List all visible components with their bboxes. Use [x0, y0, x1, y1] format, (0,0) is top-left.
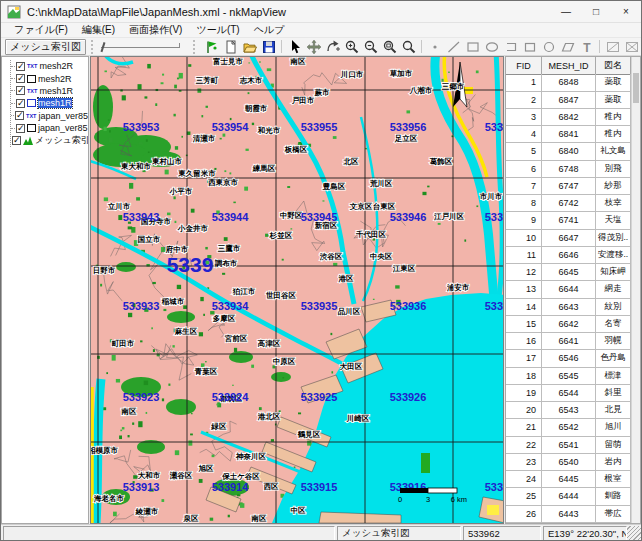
table-cell[interactable]: 24: [506, 471, 542, 488]
table-cell[interactable]: 網走: [596, 281, 631, 298]
table-cell[interactable]: 色丹島: [596, 350, 631, 367]
table-cell[interactable]: 標津: [596, 368, 631, 385]
zoom-out-button[interactable]: [361, 38, 380, 55]
draw-point-button[interactable]: [425, 38, 444, 55]
table-cell[interactable]: 1: [506, 74, 542, 91]
table-cell[interactable]: 留萌: [596, 437, 631, 454]
layer-checkbox[interactable]: ✓: [16, 74, 25, 83]
table-cell[interactable]: 22: [506, 437, 542, 454]
table-cell[interactable]: 6644: [542, 281, 596, 298]
layer-checkbox[interactable]: ✓: [16, 86, 25, 95]
draw-text-button[interactable]: T: [577, 38, 596, 55]
table-cell[interactable]: 6646: [542, 247, 596, 264]
new-file-button[interactable]: [221, 38, 240, 55]
table-cell[interactable]: 6445: [542, 471, 596, 488]
layer-label[interactable]: メッシュ索引図: [35, 134, 89, 147]
minimize-button[interactable]: —: [551, 1, 581, 22]
column-header-MESH_ID[interactable]: MESH_ID: [542, 57, 596, 75]
table-scrollbar[interactable]: [631, 57, 640, 523]
table-cell[interactable]: 6841: [542, 126, 596, 143]
table-cell[interactable]: 稚内: [596, 109, 631, 126]
draw-rect-2-button[interactable]: [520, 38, 539, 55]
table-cell[interactable]: 6444: [542, 488, 596, 505]
open-folder-button[interactable]: [240, 38, 259, 55]
table-cell[interactable]: 6542: [542, 419, 596, 436]
menu-item-4[interactable]: ツール(T): [189, 23, 246, 38]
previous-view-button[interactable]: [323, 38, 342, 55]
layer-checkbox[interactable]: ✓: [16, 124, 25, 133]
table-cell[interactable]: 18: [506, 368, 542, 385]
table-cell[interactable]: 6545: [542, 368, 596, 385]
table-cell[interactable]: 10: [506, 230, 542, 247]
table-cell[interactable]: 6: [506, 161, 542, 178]
layer-checkbox[interactable]: ✓: [16, 99, 25, 108]
layer-label[interactable]: mesh1R: [38, 98, 72, 108]
table-cell[interactable]: 4: [506, 126, 542, 143]
table-cell[interactable]: 6741: [542, 212, 596, 229]
layer-label[interactable]: japan_ver85: [38, 111, 88, 121]
pan-button[interactable]: [304, 38, 323, 55]
zoom-extent-button[interactable]: [399, 38, 418, 55]
layer-item-japan_ver85[interactable]: ✓TXTjapan_ver85: [11, 110, 88, 122]
table-cell[interactable]: 6641: [542, 333, 596, 350]
table-cell[interactable]: 得茂別..: [596, 230, 631, 247]
layer-checkbox[interactable]: ✓: [12, 136, 21, 145]
table-cell[interactable]: 15: [506, 316, 542, 333]
layer-checkbox[interactable]: ✓: [15, 111, 24, 120]
table-cell[interactable]: 6544: [542, 385, 596, 402]
layer-checkbox[interactable]: ✓: [16, 62, 25, 71]
layer-label[interactable]: japan_ver85: [38, 123, 88, 133]
draw-arc-button[interactable]: [501, 38, 520, 55]
table-cell[interactable]: 2: [506, 92, 542, 109]
pointer-button[interactable]: [285, 38, 304, 55]
table-cell[interactable]: 稚内: [596, 126, 631, 143]
table-cell[interactable]: 岩内: [596, 454, 631, 471]
attribute-table[interactable]: FIDMESH_ID図名16848蘂取26847蘂取36842稚内46841稚内…: [506, 57, 631, 523]
layer-label[interactable]: mesh1R: [39, 86, 73, 96]
green-flag-button[interactable]: [202, 38, 221, 55]
draw-rect-button[interactable]: [463, 38, 482, 55]
layer-item-mesh1R[interactable]: ✓mesh1R: [11, 97, 88, 109]
menu-item-5[interactable]: ヘルプ: [247, 23, 292, 38]
column-header-FID[interactable]: FID: [506, 57, 542, 75]
table-cell[interactable]: 14: [506, 299, 542, 316]
layer-item-mesh2R[interactable]: ✓mesh2R: [11, 72, 88, 84]
layer-label[interactable]: mesh2R: [38, 74, 72, 84]
table-cell[interactable]: 6647: [542, 230, 596, 247]
table-cell[interactable]: 安渡移..: [596, 247, 631, 264]
table-cell[interactable]: 6540: [542, 454, 596, 471]
table-cell[interactable]: 6546: [542, 350, 596, 367]
layer-item-mesh2R[interactable]: ✓TXTmesh2R: [11, 60, 88, 72]
scale-slider[interactable]: [101, 40, 180, 54]
table-cell[interactable]: 蘂取: [596, 74, 631, 91]
table-cell[interactable]: 6541: [542, 437, 596, 454]
table-cell[interactable]: 羽幌: [596, 333, 631, 350]
table-cell[interactable]: 25: [506, 488, 542, 505]
table-cell[interactable]: 礼文島: [596, 143, 631, 160]
table-cell[interactable]: 6848: [542, 74, 596, 91]
table-cell[interactable]: 紋別: [596, 299, 631, 316]
table-cell[interactable]: 知床岬: [596, 264, 631, 281]
edit-vertex-2-button[interactable]: [622, 38, 641, 55]
zoom-window-button[interactable]: [380, 38, 399, 55]
table-cell[interactable]: 19: [506, 385, 542, 402]
menu-item-3[interactable]: 画面操作(V): [122, 23, 189, 38]
table-cell[interactable]: 6543: [542, 402, 596, 419]
view-tab-button[interactable]: メッシュ索引図: [5, 39, 86, 55]
table-cell[interactable]: 6643: [542, 299, 596, 316]
table-cell[interactable]: 6748: [542, 161, 596, 178]
table-cell[interactable]: 6443: [542, 506, 596, 523]
table-cell[interactable]: 6742: [542, 195, 596, 212]
table-cell[interactable]: 9: [506, 212, 542, 229]
close-button[interactable]: ×: [611, 1, 641, 22]
table-cell[interactable]: 26: [506, 506, 542, 523]
table-cell[interactable]: 17: [506, 350, 542, 367]
table-cell[interactable]: 斜里: [596, 385, 631, 402]
table-cell[interactable]: 天塩: [596, 212, 631, 229]
table-cell[interactable]: 根室: [596, 471, 631, 488]
table-cell[interactable]: 6645: [542, 264, 596, 281]
table-cell[interactable]: 8: [506, 195, 542, 212]
scrollbar-thumb[interactable]: [633, 73, 639, 103]
table-cell[interactable]: 13: [506, 281, 542, 298]
title-bar[interactable]: C:\nkMapData\MapFile\JapanMesh.xml - nkM…: [1, 1, 641, 23]
